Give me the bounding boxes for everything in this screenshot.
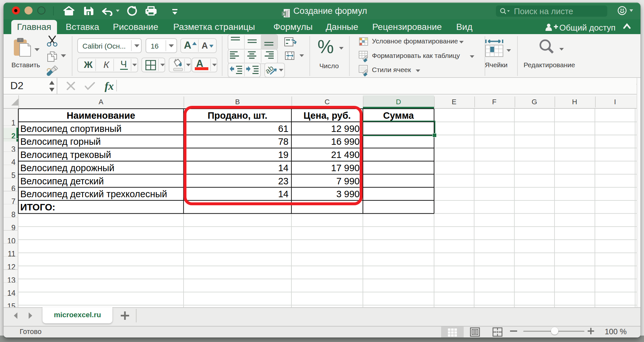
svg-text:fx: fx (105, 80, 114, 92)
svg-text:x: x (283, 12, 285, 16)
